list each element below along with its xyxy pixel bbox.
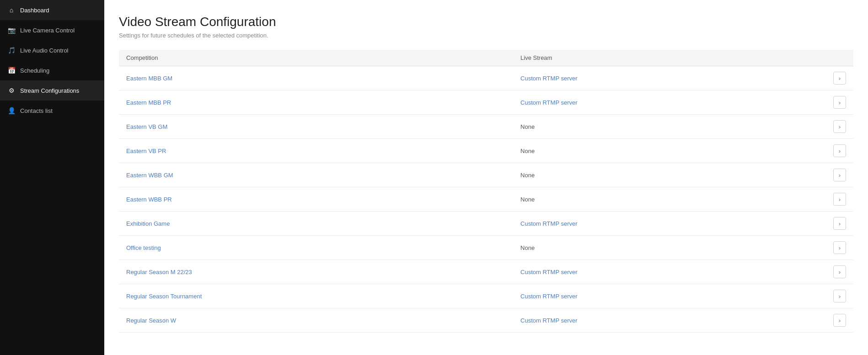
- stream-config-icon: ⚙: [7, 86, 16, 95]
- competition-name[interactable]: Eastern VB GM: [119, 115, 513, 139]
- sidebar-label-scheduling: Scheduling: [20, 67, 49, 74]
- live-stream-value: None: [513, 115, 826, 139]
- table-row: Exhibition GameCustom RTMP server›: [119, 212, 853, 236]
- row-chevron-button[interactable]: ›: [833, 169, 846, 181]
- sidebar: ⌂Dashboard📷Live Camera Control🎵Live Audi…: [0, 0, 104, 355]
- sidebar-label-stream-config: Stream Configurations: [20, 87, 79, 94]
- column-live-stream: Live Stream: [513, 50, 826, 66]
- competition-name[interactable]: Office testing: [119, 236, 513, 260]
- table-header-row: Competition Live Stream: [119, 50, 853, 66]
- row-action-cell: ›: [826, 260, 853, 284]
- row-action-cell: ›: [826, 163, 853, 187]
- row-chevron-button[interactable]: ›: [833, 193, 846, 206]
- row-action-cell: ›: [826, 139, 853, 163]
- row-chevron-button[interactable]: ›: [833, 265, 846, 278]
- competition-name[interactable]: Exhibition Game: [119, 212, 513, 236]
- live-stream-value: Custom RTMP server: [513, 212, 826, 236]
- sidebar-label-live-camera: Live Camera Control: [20, 27, 75, 34]
- sidebar-label-contacts: Contacts list: [20, 107, 53, 114]
- page-title: Video Stream Configuration: [119, 15, 853, 29]
- row-action-cell: ›: [826, 115, 853, 139]
- live-stream-value: None: [513, 163, 826, 187]
- sidebar-item-dashboard[interactable]: ⌂Dashboard: [0, 0, 104, 20]
- live-audio-icon: 🎵: [7, 46, 16, 54]
- live-stream-value: Custom RTMP server: [513, 260, 826, 284]
- config-table: Competition Live Stream Eastern MBB GMCu…: [119, 50, 853, 333]
- live-stream-value: Custom RTMP server: [513, 284, 826, 308]
- dashboard-icon: ⌂: [7, 6, 16, 14]
- row-action-cell: ›: [826, 90, 853, 115]
- sidebar-item-contacts[interactable]: 👤Contacts list: [0, 101, 104, 121]
- row-chevron-button[interactable]: ›: [833, 96, 846, 109]
- row-chevron-button[interactable]: ›: [833, 217, 846, 230]
- row-action-cell: ›: [826, 212, 853, 236]
- row-action-cell: ›: [826, 308, 853, 333]
- row-action-cell: ›: [826, 66, 853, 90]
- sidebar-label-live-audio: Live Audio Control: [20, 47, 69, 54]
- column-action: [826, 50, 853, 66]
- row-chevron-button[interactable]: ›: [833, 241, 846, 254]
- live-camera-icon: 📷: [7, 26, 16, 34]
- live-stream-value: None: [513, 236, 826, 260]
- competition-name[interactable]: Eastern MBB GM: [119, 66, 513, 90]
- live-stream-value: Custom RTMP server: [513, 66, 826, 90]
- competition-name[interactable]: Eastern WBB GM: [119, 163, 513, 187]
- table-row: Eastern WBB PRNone›: [119, 187, 853, 212]
- competition-name[interactable]: Eastern VB PR: [119, 139, 513, 163]
- table-row: Eastern WBB GMNone›: [119, 163, 853, 187]
- row-chevron-button[interactable]: ›: [833, 314, 846, 327]
- competition-name[interactable]: Eastern MBB PR: [119, 90, 513, 115]
- row-chevron-button[interactable]: ›: [833, 72, 846, 85]
- page-subtitle: Settings for future schedules of the sel…: [119, 32, 853, 39]
- row-action-cell: ›: [826, 284, 853, 308]
- sidebar-item-scheduling[interactable]: 📅Scheduling: [0, 60, 104, 80]
- table-row: Eastern VB PRNone›: [119, 139, 853, 163]
- live-stream-value: None: [513, 139, 826, 163]
- table-row: Regular Season TournamentCustom RTMP ser…: [119, 284, 853, 308]
- row-chevron-button[interactable]: ›: [833, 144, 846, 157]
- main-content: Video Stream Configuration Settings for …: [104, 0, 868, 355]
- sidebar-item-live-audio[interactable]: 🎵Live Audio Control: [0, 40, 104, 60]
- contacts-icon: 👤: [7, 106, 16, 115]
- table-row: Regular Season M 22/23Custom RTMP server…: [119, 260, 853, 284]
- table-row: Office testingNone›: [119, 236, 853, 260]
- table-row: Eastern MBB PRCustom RTMP server›: [119, 90, 853, 115]
- live-stream-value: None: [513, 187, 826, 212]
- row-action-cell: ›: [826, 236, 853, 260]
- row-chevron-button[interactable]: ›: [833, 290, 846, 302]
- live-stream-value: Custom RTMP server: [513, 90, 826, 115]
- row-chevron-button[interactable]: ›: [833, 120, 846, 133]
- table-row: Regular Season WCustom RTMP server›: [119, 308, 853, 333]
- competition-name[interactable]: Eastern WBB PR: [119, 187, 513, 212]
- live-stream-value: Custom RTMP server: [513, 308, 826, 333]
- competition-name[interactable]: Regular Season Tournament: [119, 284, 513, 308]
- sidebar-label-dashboard: Dashboard: [20, 7, 49, 14]
- sidebar-item-live-camera[interactable]: 📷Live Camera Control: [0, 20, 104, 40]
- table-row: Eastern MBB GMCustom RTMP server›: [119, 66, 853, 90]
- competition-name[interactable]: Regular Season W: [119, 308, 513, 333]
- row-action-cell: ›: [826, 187, 853, 212]
- competition-name[interactable]: Regular Season M 22/23: [119, 260, 513, 284]
- table-row: Eastern VB GMNone›: [119, 115, 853, 139]
- column-competition: Competition: [119, 50, 513, 66]
- sidebar-item-stream-config[interactable]: ⚙Stream Configurations: [0, 80, 104, 101]
- scheduling-icon: 📅: [7, 66, 16, 74]
